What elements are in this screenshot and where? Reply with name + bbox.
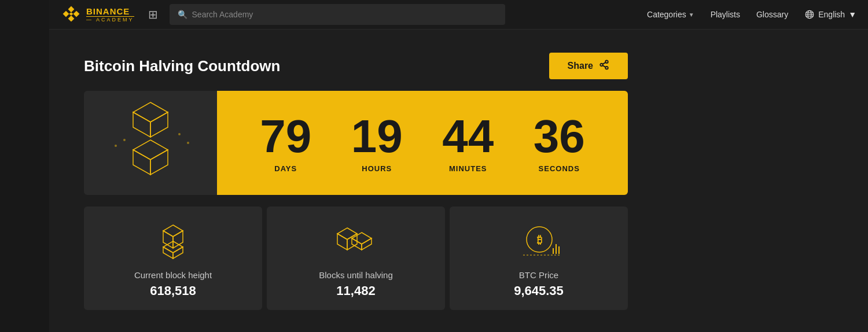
svg-marker-16 (133, 112, 150, 137)
glossary-label: Glossary (756, 10, 788, 19)
svg-marker-29 (163, 247, 173, 259)
playlists-link[interactable]: Playlists (711, 10, 740, 19)
globe-icon (804, 9, 815, 20)
svg-marker-4 (69, 12, 73, 15)
block-height-value: 618,518 (150, 283, 196, 298)
search-icon: 🔍 (178, 10, 187, 19)
svg-marker-0 (68, 6, 75, 13)
timer-seconds-value: 36 (534, 113, 585, 160)
countdown-timer: 79 DAYS 19 HOURS 44 MINUTES 36 SECONDS (217, 91, 628, 195)
svg-marker-17 (150, 112, 168, 137)
svg-marker-1 (63, 11, 69, 17)
svg-point-20 (178, 133, 181, 135)
language-label: English (818, 10, 845, 19)
bitcoin-blocks-icon (104, 97, 197, 189)
stats-row: Current block height 618,518 (84, 206, 628, 310)
stat-blocks-halving: Blocks until halving 11,482 (267, 206, 445, 310)
countdown-image (84, 91, 217, 195)
svg-marker-2 (73, 11, 80, 17)
svg-point-21 (187, 142, 189, 144)
navbar: BINANCE — ACADEMY ⊞ 🔍 Categories ▼ Playl… (49, 0, 868, 29)
countdown-title: Bitcoin Halving Countdown (84, 57, 280, 75)
timer-hours-value: 19 (351, 113, 403, 160)
categories-label: Categories (647, 10, 686, 19)
nav-right: Categories ▼ Playlists Glossary English … (647, 9, 856, 20)
svg-marker-23 (133, 150, 150, 175)
search-bar[interactable]: 🔍 (170, 4, 505, 25)
svg-point-10 (605, 61, 608, 64)
svg-marker-22 (133, 140, 168, 160)
svg-marker-26 (163, 231, 173, 248)
svg-marker-31 (337, 228, 357, 239)
svg-marker-36 (362, 238, 372, 250)
stat-btc-price: ₿ BTC Price 9,645.35 (450, 206, 628, 310)
logo-binance: BINANCE (86, 7, 134, 16)
categories-menu[interactable]: Categories ▼ (647, 10, 694, 19)
svg-marker-24 (150, 150, 168, 175)
btc-price-value: 9,645.35 (514, 283, 564, 298)
timer-minutes-value: 44 (442, 113, 494, 160)
blocks-halving-label: Blocks until halving (319, 270, 393, 280)
btc-price-icon: ₿ (517, 220, 561, 261)
countdown-header: Bitcoin Halving Countdown Share (84, 53, 628, 79)
logo-academy: — ACADEMY (86, 16, 134, 23)
logo-text: BINANCE — ACADEMY (86, 7, 134, 23)
svg-marker-32 (337, 234, 347, 250)
svg-marker-30 (173, 247, 183, 259)
svg-marker-34 (352, 233, 372, 244)
svg-marker-27 (173, 231, 183, 248)
timer-days: 79 DAYS (260, 113, 311, 173)
timer-days-label: DAYS (274, 164, 297, 173)
playlists-label: Playlists (711, 10, 740, 19)
svg-marker-25 (163, 225, 183, 237)
svg-line-14 (602, 62, 605, 64)
share-icon (599, 60, 609, 72)
sidebar (0, 0, 49, 332)
blocks-halving-icon (334, 220, 378, 261)
stat-block-height: Current block height 618,518 (84, 206, 262, 310)
svg-point-19 (115, 145, 117, 147)
timer-minutes: 44 MINUTES (442, 113, 494, 173)
logo[interactable]: BINANCE — ACADEMY (61, 4, 134, 25)
language-selector[interactable]: English ▼ (804, 9, 856, 20)
blocks-halving-value: 11,482 (336, 283, 375, 298)
grid-icon[interactable]: ⊞ (148, 8, 158, 21)
timer-hours-label: HOURS (362, 164, 392, 173)
timer-seconds-label: SECONDS (539, 164, 580, 173)
svg-line-13 (602, 65, 605, 67)
binance-logo-icon (61, 4, 82, 25)
svg-point-12 (605, 67, 608, 69)
share-button[interactable]: Share (549, 53, 628, 79)
categories-caret: ▼ (689, 12, 694, 18)
glossary-link[interactable]: Glossary (756, 10, 788, 19)
timer-minutes-label: MINUTES (449, 164, 487, 173)
search-input[interactable] (192, 10, 497, 19)
timer-days-value: 79 (260, 113, 311, 160)
timer-seconds: 36 SECONDS (534, 113, 585, 173)
countdown-box: 79 DAYS 19 HOURS 44 MINUTES 36 SECONDS (84, 91, 628, 195)
svg-point-11 (600, 64, 603, 67)
block-height-icon (155, 220, 192, 261)
btc-price-label: BTC Price (519, 270, 558, 280)
svg-marker-3 (68, 16, 75, 22)
svg-marker-15 (133, 102, 168, 122)
block-height-label: Current block height (134, 270, 212, 280)
share-label: Share (568, 61, 593, 71)
svg-point-18 (123, 139, 126, 141)
timer-hours: 19 HOURS (351, 113, 403, 173)
language-caret: ▼ (848, 10, 856, 19)
main-content: Bitcoin Halving Countdown Share (49, 29, 868, 332)
svg-text:₿: ₿ (536, 234, 542, 246)
